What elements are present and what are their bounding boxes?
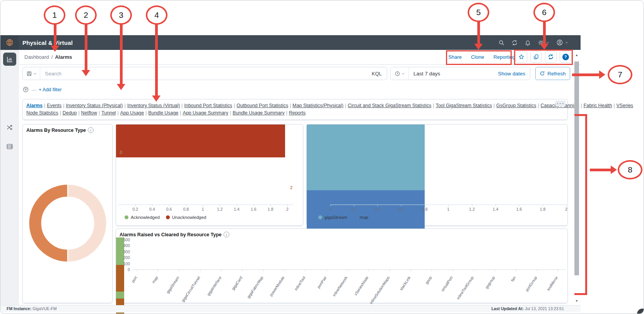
- tab-link-events[interactable]: Events: [47, 103, 61, 108]
- tab-link-gsgroup-statistics[interactable]: GsGroup Statistics: [496, 103, 536, 108]
- x-axis-label-inlineToolGroup: inlineToolGroup: [452, 275, 475, 307]
- saved-query-menu-button[interactable]: [23, 67, 40, 80]
- info-icon[interactable]: i: [88, 127, 94, 133]
- callout-arrow-2: [85, 24, 87, 70]
- axis-tick-label: 2: [280, 207, 295, 212]
- donut-slice-0: [35, 191, 68, 256]
- notifications-bell-icon[interactable]: [524, 39, 531, 46]
- axis-tick-label: 1.8: [263, 207, 278, 212]
- tab-link-bundle-usage[interactable]: Bundle Usage: [148, 110, 178, 116]
- date-range-value[interactable]: Last 7 days: [409, 71, 498, 77]
- axis-tick-mark: [158, 270, 158, 271]
- callout-arrow-7: [572, 73, 599, 76]
- legend-dot-gigastream: [318, 215, 322, 219]
- add-filter-button[interactable]: + Add filter: [39, 87, 61, 92]
- axis-tick-mark: [453, 270, 453, 271]
- scroll-up-arrow[interactable]: ▲: [573, 53, 580, 57]
- axis-tick-mark: [347, 270, 348, 271]
- tab-link-dedup[interactable]: Dedup: [63, 110, 77, 116]
- callout-2: 2: [75, 5, 97, 25]
- tab-separator: |: [286, 110, 287, 116]
- app-logo[interactable]: [0, 35, 19, 50]
- tab-link-map-statistics-physical[interactable]: Map Statistics(Physical): [292, 103, 343, 108]
- tab-separator: |: [60, 110, 61, 116]
- panel-options-button[interactable]: • • •: [555, 101, 565, 106]
- x-axis-label-gigaInterface: gigaInterface: [199, 275, 222, 307]
- tab-link-node-statistics[interactable]: Node Statistics: [26, 110, 58, 116]
- legend-label[interactable]: map: [360, 215, 368, 220]
- axis-tick-mark: [410, 270, 411, 271]
- chat-bubble[interactable]: [637, 309, 644, 314]
- kql-label[interactable]: KQL: [372, 71, 382, 77]
- alarms-by-resource-type-panel: Alarms By Resource Type i: [22, 124, 113, 303]
- x-axis-label-gigaCard: gigaCard: [220, 275, 243, 307]
- search-icon[interactable]: [498, 39, 505, 46]
- info-icon[interactable]: i: [224, 232, 229, 237]
- tab-separator: |: [581, 103, 582, 108]
- x-axis-label-inlineTool: inlineTool: [283, 275, 306, 307]
- account-icon[interactable]: [556, 39, 563, 46]
- sidebar-item-traffic[interactable]: [0, 123, 19, 131]
- scrollbar-thumb[interactable]: [574, 61, 579, 275]
- axis-tick-mark: [566, 205, 567, 206]
- sync-icon[interactable]: [511, 39, 518, 46]
- tab-link-outbound-port-statistics[interactable]: Outbound Port Statistics: [237, 103, 289, 108]
- axis-tick-mark: [495, 205, 496, 206]
- tab-link-app-usage[interactable]: App Usage: [120, 110, 144, 116]
- page-title: Physical & Virtual: [22, 35, 73, 50]
- legend-label[interactable]: Acknowledged: [131, 215, 160, 220]
- legend-label[interactable]: Unacknowledged: [172, 215, 206, 220]
- callout-3: 3: [110, 5, 132, 25]
- tab-separator: |: [290, 103, 291, 108]
- tab-link-vseries[interactable]: VSeries: [617, 103, 633, 108]
- tab-link-reports[interactable]: Reports: [289, 110, 306, 116]
- callout-4: 4: [146, 5, 167, 25]
- acknowledged-vs-unacknowledged-panel: Acknowledged vs Unacknowledged Alarms i …: [116, 124, 303, 226]
- tab-separator: |: [78, 110, 79, 116]
- x-axis-label-virtualPort: virtualPort: [430, 275, 453, 307]
- tab-link-inventory-status-physical[interactable]: Inventory Status (Physical): [66, 103, 123, 108]
- last-updated-label: Last Updated At:: [491, 306, 524, 311]
- tab-link-inventory-status-virtual[interactable]: Inventory Status (Virtual): [127, 103, 180, 108]
- tab-link-app-usage-summary[interactable]: App Usage Summary: [183, 110, 228, 116]
- axis-tick-label: 1.2: [464, 207, 480, 212]
- breadcrumb-parent[interactable]: Dashboard: [24, 54, 49, 60]
- time-menu-button[interactable]: [391, 67, 409, 80]
- last-updated-value: Jul 13, 2021 13:23:51: [525, 306, 564, 311]
- sidebar-item-inventory[interactable]: [0, 143, 19, 150]
- tab-link-netflow[interactable]: Netflow: [81, 110, 97, 116]
- annotation-bracket-line: [585, 114, 587, 295]
- dashboard-links-panel: Alarms|Events|Inventory Status (Physical…: [22, 99, 568, 120]
- tab-separator: |: [538, 103, 539, 108]
- axis-tick-label: 0.4: [370, 207, 385, 212]
- legend-label[interactable]: gigaStream: [325, 215, 347, 220]
- scroll-down-arrow[interactable]: ▼: [573, 299, 580, 303]
- tab-link-tool-gigastream-statistics[interactable]: Tool GigaStream Statistics: [436, 103, 492, 108]
- tab-link-fabric-health[interactable]: Fabric Health: [584, 103, 612, 108]
- y-axis-tick-label: 400: [116, 243, 130, 248]
- x-axis-label-gsgroup: gsgroup: [473, 275, 495, 307]
- axis-tick-mark: [137, 270, 137, 271]
- axis-tick-mark: [354, 205, 354, 206]
- callout-7: 7: [608, 65, 632, 84]
- screenshot-page: Physical & Virtual: [0, 0, 644, 314]
- tab-link-bundle-usage-summary[interactable]: Bundle Usage Summary: [232, 110, 284, 116]
- sidebar-item-dashboards[interactable]: [3, 53, 16, 66]
- axis-tick-mark: [472, 205, 472, 206]
- axis-tick-label: 1.4: [229, 207, 244, 212]
- axis-tick-mark: [221, 270, 222, 271]
- filter-icon[interactable]: [22, 86, 29, 93]
- alarms-by-severity-panel: Alarms By Severity i Severity Major 00.2…: [306, 124, 568, 226]
- tab-link-circuit-and-stack-gigastream-statistics[interactable]: Circuit and Stack GigaStream Statistics: [348, 103, 431, 108]
- vertical-scrollbar: ▲ ▼: [573, 51, 580, 304]
- tab-separator: |: [494, 103, 495, 108]
- refresh-button[interactable]: Refresh: [535, 67, 570, 80]
- tab-link-alarms[interactable]: Alarms: [26, 103, 43, 108]
- tab-link-tunnel[interactable]: Tunnel: [101, 110, 116, 116]
- tab-link-inbound-port-statistics[interactable]: Inbound Port Statistics: [184, 103, 232, 108]
- axis-tick-mark: [516, 270, 516, 271]
- value-label-unacknowledged: 2: [290, 185, 292, 190]
- y-axis-tick-label: 200: [116, 255, 130, 260]
- callout-arrowhead-1: [51, 46, 59, 52]
- show-dates-button[interactable]: Show dates: [498, 71, 525, 77]
